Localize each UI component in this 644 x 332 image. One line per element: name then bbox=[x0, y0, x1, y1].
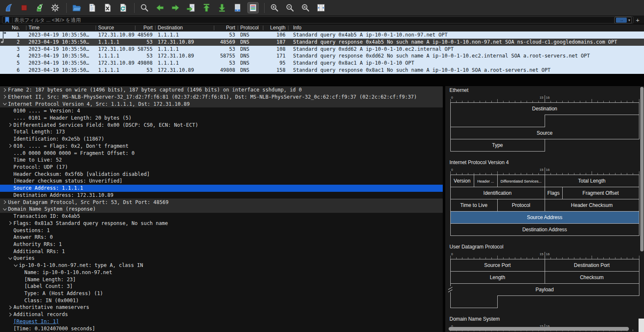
filter-bookmark-icon[interactable] bbox=[4, 16, 10, 24]
column-header-length[interactable]: Length bbox=[263, 24, 288, 31]
detail-row[interactable]: Class: IN (0x0001) bbox=[0, 297, 443, 304]
packet-row[interactable]: 52023-04-19 10:35:50…172.31.10.89498081.… bbox=[0, 60, 644, 67]
detail-row[interactable]: Frame 2: 187 bytes on wire (1496 bits), … bbox=[0, 86, 443, 94]
detail-row[interactable]: 010. .... = Flags: 0x2, Don't fragment bbox=[0, 143, 443, 150]
go-last-button[interactable] bbox=[216, 2, 228, 13]
detail-row[interactable]: [Label Count: 3] bbox=[0, 283, 443, 290]
capture-restart-button[interactable] bbox=[34, 2, 45, 13]
detail-row[interactable]: 0100 .... = Version: 4 bbox=[0, 107, 443, 115]
source-cell: 172.31.10.89 bbox=[96, 60, 135, 67]
filter-apply-caret-icon[interactable]: ▾ bbox=[628, 18, 630, 22]
packet-row[interactable]: 62023-04-19 10:35:50…1.1.1.153172.31.10.… bbox=[0, 67, 644, 74]
detail-link-text[interactable]: [Request In: 1] bbox=[13, 319, 59, 324]
column-header-src-port[interactable]: Port bbox=[135, 24, 155, 31]
file-close-button[interactable] bbox=[102, 2, 113, 13]
display-filter-field[interactable]: → ▾ bbox=[2, 16, 634, 24]
column-header-source[interactable]: Source bbox=[96, 24, 135, 31]
detail-row[interactable]: Authoritative nameservers bbox=[0, 304, 443, 311]
colorize-button[interactable] bbox=[247, 2, 259, 13]
expander-toggle[interactable] bbox=[3, 88, 7, 92]
detail-row[interactable]: Answer RRs: 0 bbox=[0, 234, 443, 241]
expander-toggle[interactable] bbox=[8, 256, 13, 261]
filter-add-button[interactable]: + bbox=[634, 16, 642, 24]
go-back-button[interactable] bbox=[154, 2, 166, 13]
detail-row[interactable]: Header Checksum: 0x5f6b [validation disa… bbox=[0, 170, 443, 178]
diagram-field-label: Protocol bbox=[512, 202, 530, 208]
detail-row[interactable]: ...0 0000 0000 0000 = Fragment Offset: 0 bbox=[0, 149, 443, 157]
filter-separator bbox=[12, 18, 13, 23]
detail-row[interactable]: Ethernet II, Src: MS-NLB-PhysServer-32_1… bbox=[0, 94, 443, 101]
detail-row[interactable]: Transaction ID: 0x4ab5 bbox=[0, 213, 443, 220]
detail-row[interactable]: Source Address: 1.1.1.1 bbox=[0, 185, 443, 192]
diagram-vertical-scrollbar[interactable] bbox=[640, 87, 644, 251]
zoom-out-button[interactable] bbox=[284, 2, 296, 13]
detail-row[interactable]: [Time: 0.102407000 seconds] bbox=[0, 325, 443, 332]
go-forward-button[interactable] bbox=[170, 2, 181, 13]
expander-toggle[interactable] bbox=[3, 102, 7, 106]
detail-text: Ethernet II, Src: MS-NLB-PhysServer-32_1… bbox=[8, 94, 417, 100]
column-header-time[interactable]: Time bbox=[26, 24, 96, 31]
expander-toggle[interactable] bbox=[3, 200, 7, 204]
find-packet-button[interactable] bbox=[139, 2, 150, 13]
diagram-horizontal-scrollbar[interactable] bbox=[449, 327, 629, 331]
column-header-protocol[interactable]: Protocol bbox=[238, 24, 263, 31]
display-filter-input[interactable] bbox=[14, 17, 613, 23]
detail-row[interactable]: Total Length: 173 bbox=[0, 128, 443, 136]
detail-row[interactable]: .... 0101 = Header Length: 20 bytes (5) bbox=[0, 115, 443, 122]
expander-toggle[interactable] bbox=[8, 123, 13, 127]
detail-row[interactable]: Identification: 0x2e5b (11867) bbox=[0, 136, 443, 143]
file-reload-button[interactable] bbox=[117, 2, 129, 13]
detail-row[interactable]: Differentiated Services Field: 0x00 (DSC… bbox=[0, 121, 443, 128]
detail-row[interactable]: Type: A (Host Address) (1) bbox=[0, 290, 443, 297]
detail-row[interactable]: [Header checksum status: Unverified] bbox=[0, 178, 443, 185]
file-save-button[interactable] bbox=[86, 2, 98, 13]
detail-row[interactable]: [Name Length: 23] bbox=[0, 276, 443, 283]
capture-stop-button[interactable] bbox=[18, 2, 30, 13]
packet-row[interactable]: 42023-04-19 10:35:50…1.1.1.153172.31.10.… bbox=[0, 52, 644, 60]
resize-columns-button[interactable] bbox=[315, 2, 327, 13]
diagram-canvas: 01516VersionHeader ...Differentiated Ser… bbox=[446, 167, 641, 236]
detail-row[interactable]: ip-10-0-1-10.non-97.net: type A, class I… bbox=[0, 262, 443, 269]
detail-row[interactable]: Time to Live: 52 bbox=[0, 157, 443, 164]
diagram-field-label: Time to Live bbox=[460, 202, 488, 208]
expander-toggle[interactable] bbox=[8, 312, 13, 317]
detail-row[interactable]: Additional records bbox=[0, 311, 443, 318]
expander-toggle[interactable] bbox=[8, 144, 13, 148]
zoom-in-button[interactable] bbox=[269, 2, 280, 13]
go-to-packet-button[interactable] bbox=[185, 2, 197, 13]
capture-start-button[interactable] bbox=[3, 2, 14, 13]
column-header-info[interactable]: Info bbox=[288, 24, 644, 31]
filter-apply-button[interactable]: → ▾ bbox=[614, 17, 632, 24]
detail-row[interactable]: Domain Name System (response) bbox=[0, 206, 443, 213]
info-cell: Standard query 0x8ac1 A ip-10-0-1-10 OPT bbox=[288, 60, 644, 67]
auto-scroll-button[interactable] bbox=[232, 2, 243, 13]
detail-row[interactable]: [Request In: 1] bbox=[0, 318, 443, 325]
packet-list-pane: No.TimeSourcePortDestinationPortProtocol… bbox=[0, 24, 644, 86]
capture-stop-icon bbox=[19, 3, 29, 13]
zoom-reset-button[interactable] bbox=[300, 2, 311, 13]
detail-row[interactable]: Flags: 0x81a3 Standard query response, N… bbox=[0, 220, 443, 227]
packet-row[interactable]: 32023-04-19 10:35:50…172.31.10.89587551.… bbox=[0, 46, 644, 53]
column-header-no[interactable]: No. bbox=[0, 24, 26, 31]
detail-row[interactable]: Queries bbox=[0, 255, 443, 262]
detail-row[interactable]: Protocol: UDP (17) bbox=[0, 164, 443, 171]
detail-row[interactable]: Name: ip-10-0-1-10.non-97.net bbox=[0, 269, 443, 276]
go-first-button[interactable] bbox=[201, 2, 212, 13]
detail-row[interactable]: Questions: 1 bbox=[0, 227, 443, 234]
expander-toggle[interactable] bbox=[3, 207, 7, 212]
column-header-dst-port[interactable]: Port bbox=[214, 24, 238, 31]
expander-toggle[interactable] bbox=[3, 94, 7, 99]
capture-options-button[interactable] bbox=[49, 2, 61, 13]
detail-row[interactable]: Destination Address: 172.31.10.89 bbox=[0, 192, 443, 199]
detail-row[interactable]: Authority RRs: 1 bbox=[0, 241, 443, 248]
detail-row[interactable]: User Datagram Protocol, Src Port: 53, Ds… bbox=[0, 199, 443, 206]
column-header-destination[interactable]: Destination bbox=[155, 24, 214, 31]
expander-toggle[interactable] bbox=[8, 221, 13, 225]
expander-toggle[interactable] bbox=[13, 263, 18, 268]
expander-toggle[interactable] bbox=[8, 305, 13, 310]
detail-row[interactable]: Internet Protocol Version 4, Src: 1.1.1.… bbox=[0, 100, 443, 107]
detail-row[interactable]: Additional RRs: 1 bbox=[0, 248, 443, 255]
packet-row[interactable]: 22023-04-19 10:35:50…1.1.1.153172.31.10.… bbox=[0, 39, 644, 46]
packet-row[interactable]: 12023-04-19 10:35:50…172.31.10.89485691.… bbox=[0, 31, 644, 39]
file-open-button[interactable] bbox=[71, 2, 82, 13]
